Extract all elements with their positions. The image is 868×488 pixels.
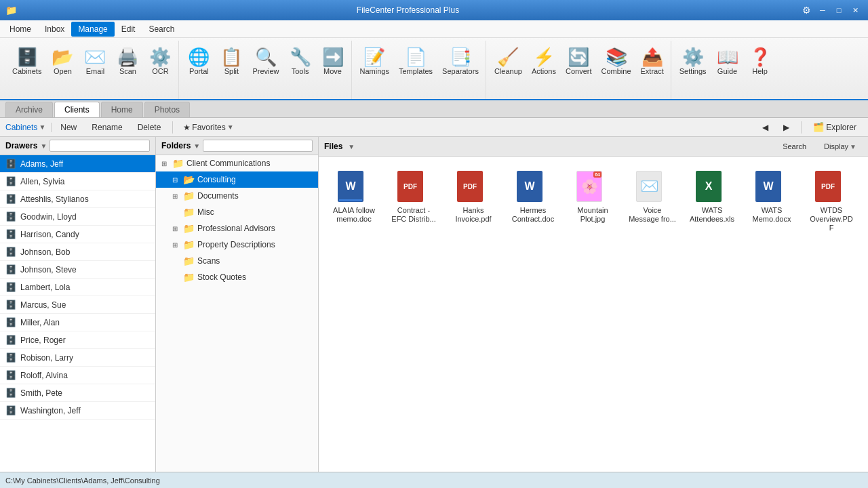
back-button[interactable]: ◀ (756, 120, 774, 135)
folder-consulting[interactable]: ⊟ 📂 Consulting (156, 171, 318, 188)
rename-button[interactable]: Rename (85, 120, 128, 135)
drawer-item-roloff[interactable]: 🗄️ Roloff, Alvina (0, 367, 155, 384)
drawer-item-goodwin[interactable]: 🗄️ Goodwin, Lloyd (0, 208, 155, 226)
drawer-item-robison[interactable]: 🗄️ Robison, Larry (0, 349, 155, 367)
ocr-button[interactable]: ⚙️ OCR (144, 45, 176, 94)
combine-button[interactable]: 📚 Combine (597, 45, 635, 94)
favorites-button[interactable]: ★ Favorites ▼ (178, 120, 238, 135)
file-icon-pdf: PDF (397, 171, 430, 203)
drawer-item-washington[interactable]: 🗄️ Washington, Jeff (0, 402, 155, 420)
convert-button[interactable]: 🔄 Convert (561, 45, 596, 94)
drawer-item-smith[interactable]: 🗄️ Smith, Pete (0, 384, 155, 402)
menu-search[interactable]: Search (142, 22, 181, 37)
drawer-item-atteshlis[interactable]: 🗄️ Atteshlis, Stylianos (0, 190, 155, 208)
separators-button[interactable]: 📑 Separators (438, 45, 483, 94)
combine-icon: 📚 (606, 48, 627, 66)
drawers-search-input[interactable] (50, 140, 150, 152)
file-alaia-memo[interactable]: W ALAIA follow memo.doc (327, 165, 381, 239)
drawer-item-johnson-bob[interactable]: 🗄️ Johnson, Bob (0, 243, 155, 261)
file-hanks-invoice[interactable]: PDF Hanks Invoice.pdf (446, 165, 500, 239)
minimize-button[interactable]: ─ (815, 3, 830, 17)
folder-stock-quotes[interactable]: ⊞ 📁 Stock Quotes (156, 269, 318, 285)
file-icon-doc: W (755, 171, 788, 203)
chevron-down-icon[interactable]: ▼ (348, 143, 355, 150)
drawer-item-marcus[interactable]: 🗄️ Marcus, Sue (0, 296, 155, 314)
expand-icon[interactable]: ⊞ (172, 192, 180, 200)
drawer-icon: 🗄️ (5, 388, 16, 398)
tab-photos[interactable]: Photos (144, 102, 190, 117)
expand-icon[interactable]: ⊞ (172, 225, 180, 232)
display-button[interactable]: Display ▼ (818, 140, 863, 153)
drawer-item-miller[interactable]: 🗄️ Miller, Alan (0, 314, 155, 331)
close-button[interactable]: ✕ (848, 3, 863, 17)
files-panel: Files ▼ Search Display ▼ W ALAIA follow … (319, 137, 868, 472)
file-mountain-plot[interactable]: 🌸 64 Mountain Plot.jpg (566, 165, 620, 239)
open-button[interactable]: 📂 Open (47, 45, 78, 94)
folders-search-input[interactable] (203, 140, 313, 152)
drawer-item-price[interactable]: 🗄️ Price, Roger (0, 331, 155, 349)
forward-button[interactable]: ▶ (777, 120, 795, 135)
settings-icon[interactable]: ⚙ (799, 3, 814, 17)
split-button[interactable]: 📋 Split (216, 45, 247, 94)
namings-button[interactable]: 📝 Namings (356, 45, 393, 94)
folder-professional-advisors[interactable]: ⊞ 📁 Professional Advisors (156, 220, 318, 237)
drawer-icon: 🗄️ (5, 247, 16, 257)
chevron-down-icon[interactable]: ▼ (193, 142, 200, 150)
explorer-button[interactable]: 🗂️ Explorer (807, 119, 863, 135)
folder-property-descriptions[interactable]: ⊞ 📁 Property Descriptions (156, 237, 318, 253)
menu-edit[interactable]: Edit (115, 22, 142, 37)
expand-icon[interactable]: ⊞ (172, 241, 180, 249)
drawer-item-harrison[interactable]: 🗄️ Harrison, Candy (0, 226, 155, 243)
folder-scans[interactable]: ⊞ 📁 Scans (156, 253, 318, 269)
drawer-item-allen-sylvia[interactable]: 🗄️ Allen, Sylvia (0, 173, 155, 190)
settings-button[interactable]: ⚙️ Settings (675, 45, 711, 94)
maximize-button[interactable]: □ (831, 3, 846, 17)
portal-icon: 🌐 (188, 48, 210, 66)
file-name: Hanks Invoice.pdf (450, 206, 497, 224)
email-button[interactable]: ✉️ Email (79, 45, 111, 94)
file-wats-attendees[interactable]: X WATS Attendees.xls (685, 165, 739, 239)
preview-button[interactable]: 🔍 Preview (248, 45, 283, 94)
folder-documents[interactable]: ⊞ 📁 Documents (156, 188, 318, 204)
ribbon-group-actions: 🧹 Cleanup ⚡ Actions 🔄 Convert 📚 Combine … (488, 41, 671, 99)
extract-button[interactable]: 📤 Extract (637, 45, 668, 94)
drawer-icon: 🗄️ (5, 176, 16, 186)
delete-button[interactable]: Delete (132, 120, 167, 135)
file-wtds-overview[interactable]: PDF WTDS Overview.PDF (804, 165, 859, 239)
tab-home[interactable]: Home (101, 102, 143, 117)
help-button[interactable]: ❓ Help (745, 45, 776, 94)
breadcrumb-cabinets[interactable]: Cabinets ▼ (5, 123, 45, 132)
expand-icon[interactable]: ⊞ (161, 160, 170, 167)
file-contract-efc[interactable]: PDF Contract - EFC Distrib... (387, 165, 441, 239)
split-icon: 📋 (220, 48, 242, 66)
search-button[interactable]: Search (776, 140, 812, 153)
menu-manage[interactable]: Manage (71, 22, 114, 37)
chevron-down-icon[interactable]: ▼ (40, 142, 47, 150)
cleanup-button[interactable]: 🧹 Cleanup (490, 45, 526, 94)
new-button[interactable]: New (54, 120, 83, 135)
tab-archive[interactable]: Archive (5, 102, 53, 117)
file-voice-message[interactable]: ✉️ Voice Message fro... (625, 165, 679, 239)
scan-button[interactable]: 🖨️ Scan (112, 45, 143, 94)
actions-button[interactable]: ⚡ Actions (528, 45, 560, 94)
statusbar: C:\My Cabinets\Clients\Adams, Jeff\Consu… (0, 472, 868, 488)
guide-button[interactable]: 📖 Guide (712, 45, 743, 94)
help-icon: ❓ (749, 48, 771, 66)
drawer-item-adams-jeff[interactable]: 🗄️ Adams, Jeff (0, 155, 155, 173)
drawer-item-lambert[interactable]: 🗄️ Lambert, Lola (0, 279, 155, 296)
tab-clients[interactable]: Clients (54, 102, 100, 117)
move-button[interactable]: ➡️ Move (317, 45, 349, 94)
cabinets-button[interactable]: 🗄️ Cabinets (8, 45, 45, 94)
tab-bar: Archive Clients Home Photos (0, 100, 868, 118)
file-hermes-contract[interactable]: W Hermes Contract.doc (506, 165, 560, 239)
portal-button[interactable]: 🌐 Portal (183, 45, 214, 94)
menu-home[interactable]: Home (3, 22, 38, 37)
file-wats-memo[interactable]: W WATS Memo.docx (745, 165, 799, 239)
menu-inbox[interactable]: Inbox (38, 22, 71, 37)
expand-icon[interactable]: ⊟ (172, 176, 180, 184)
folder-client-communications[interactable]: ⊞ 📁 Client Communications (156, 155, 318, 171)
templates-button[interactable]: 📄 Templates (395, 45, 437, 94)
drawer-item-johnson-steve[interactable]: 🗄️ Johnson, Steve (0, 261, 155, 279)
tools-button[interactable]: 🔧 Tools (285, 45, 316, 94)
folder-misc[interactable]: ⊞ 📁 Misc (156, 204, 318, 220)
